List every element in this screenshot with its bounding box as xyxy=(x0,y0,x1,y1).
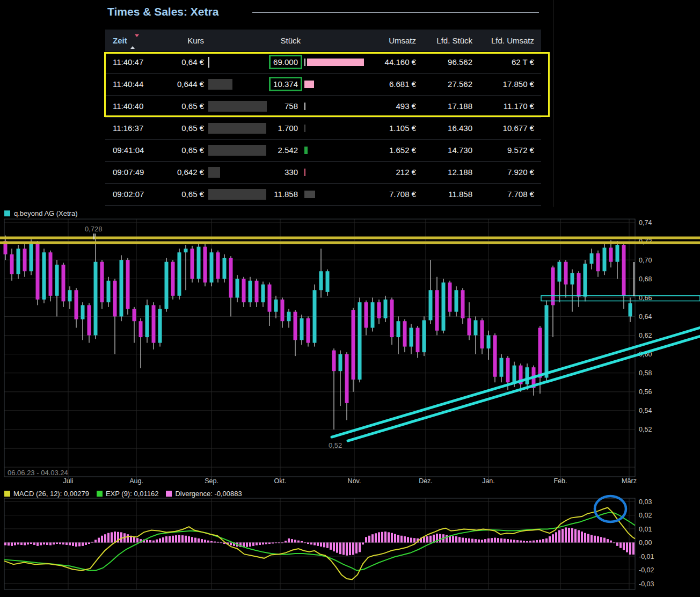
svg-text:Jan.: Jan. xyxy=(482,477,495,485)
svg-text:0,03: 0,03 xyxy=(639,498,652,506)
table-header: Zeit Kurs Stück Umsatz Lfd. Stück Lfd. U… xyxy=(105,30,541,52)
cumulative-value: 7.920 € xyxy=(475,162,534,183)
trade-size: 2.542 xyxy=(229,140,301,161)
trade-time: 09:41:04 xyxy=(113,140,158,161)
svg-text:0,68: 0,68 xyxy=(639,275,652,283)
cumulative-value: 7.708 € xyxy=(475,184,534,205)
svg-text:-0,01: -0,01 xyxy=(639,553,654,560)
volume-bar xyxy=(304,191,315,198)
svg-text:Nov.: Nov. xyxy=(348,477,361,485)
panel-title: Times & Sales: Xetra xyxy=(107,5,218,18)
panel-divider xyxy=(553,0,553,207)
svg-text:0,56: 0,56 xyxy=(639,388,652,396)
svg-text:0,62: 0,62 xyxy=(639,332,652,339)
volume-bar xyxy=(304,125,305,132)
trade-price: 0,642 € xyxy=(159,162,204,183)
svg-text:0,58: 0,58 xyxy=(639,369,652,377)
trade-time: 09:02:07 xyxy=(113,184,158,205)
svg-text:0,01: 0,01 xyxy=(639,526,652,533)
svg-text:0,52: 0,52 xyxy=(329,441,342,449)
trade-value: 7.708 € xyxy=(336,184,416,205)
svg-text:0,00: 0,00 xyxy=(639,539,652,547)
cumulative-size: 11.858 xyxy=(427,184,472,205)
trade-row[interactable]: 09:41:040,65 €2.5421.652 €14.7309.572 € xyxy=(105,140,541,162)
trade-price: 0,65 € xyxy=(159,118,204,139)
svg-text:0,64: 0,64 xyxy=(639,313,652,321)
cumulative-size: 14.730 xyxy=(427,140,472,161)
trade-row[interactable]: 09:07:490,642 €330212 €12.1887.920 € xyxy=(105,162,541,184)
svg-text:0,02: 0,02 xyxy=(639,512,652,519)
trade-price: 0,65 € xyxy=(159,140,204,161)
trade-row[interactable]: 11:16:370,65 €1.7001.105 €16.43010.677 € xyxy=(105,118,541,140)
svg-text:-0,02: -0,02 xyxy=(639,566,654,574)
trade-size: 11.858 xyxy=(229,184,301,205)
svg-text:Sep.: Sep. xyxy=(205,477,218,485)
cumulative-size: 12.188 xyxy=(427,162,472,183)
svg-text:Okt.: Okt. xyxy=(274,477,287,485)
svg-text:0,54: 0,54 xyxy=(639,407,652,414)
column-header-stueck[interactable]: Stück xyxy=(247,30,301,52)
svg-text:0,728: 0,728 xyxy=(85,225,103,233)
svg-text:0,52: 0,52 xyxy=(639,426,652,433)
svg-text:Aug.: Aug. xyxy=(129,477,143,485)
svg-text:März: März xyxy=(622,477,637,485)
trade-size: 330 xyxy=(229,162,301,183)
svg-text:0,74: 0,74 xyxy=(639,219,652,227)
column-header-umsatz[interactable]: Umsatz xyxy=(336,30,416,52)
trade-time: 11:16:37 xyxy=(113,118,158,139)
column-header-kurs[interactable]: Kurs xyxy=(159,30,204,52)
trade-price: 0,65 € xyxy=(159,184,204,205)
svg-text:Dez.: Dez. xyxy=(419,477,433,485)
trade-row[interactable]: 09:02:070,65 €11.8587.708 €11.8587.708 € xyxy=(105,184,541,206)
svg-text:Juli: Juli xyxy=(63,477,74,485)
cumulative-value: 9.572 € xyxy=(475,140,534,161)
price-volume-bar xyxy=(208,167,220,178)
cumulative-value: 10.677 € xyxy=(475,118,534,139)
trade-time: 09:07:49 xyxy=(113,162,158,183)
svg-text:06.06.23 - 04.03.24: 06.06.23 - 04.03.24 xyxy=(8,469,68,477)
highlight-annotation-yellow xyxy=(104,52,550,117)
volume-bar xyxy=(304,147,308,154)
svg-text:Feb.: Feb. xyxy=(553,477,567,485)
sort-icon[interactable] xyxy=(130,31,139,53)
volume-bar xyxy=(304,169,305,176)
column-header-zeit[interactable]: Zeit xyxy=(113,30,156,52)
price-and-macd-chart[interactable]: 0,740,720,700,680,660,640,620,600,580,56… xyxy=(0,208,700,597)
trade-value: 212 € xyxy=(336,162,416,183)
trade-size: 1.700 xyxy=(229,118,301,139)
column-header-lfd-stueck[interactable]: Lfd. Stück xyxy=(427,30,472,52)
column-header-lfd-umsatz[interactable]: Lfd. Umsatz xyxy=(475,30,534,52)
title-rule xyxy=(252,12,539,13)
svg-text:0,70: 0,70 xyxy=(639,257,652,264)
trade-value: 1.105 € xyxy=(336,118,416,139)
cumulative-size: 16.430 xyxy=(427,118,472,139)
svg-text:-0,03: -0,03 xyxy=(639,580,654,588)
trade-value: 1.652 € xyxy=(336,140,416,161)
